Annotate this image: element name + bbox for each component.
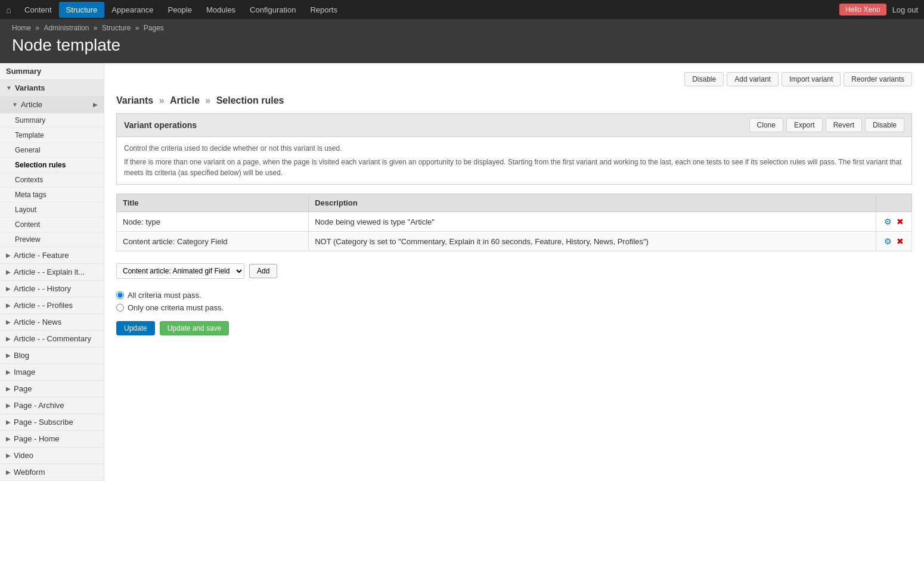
sidebar-page-archive-label: Page - Archive (14, 401, 64, 410)
breadcrumb-sep1: » (35, 24, 41, 32)
sidebar-article-commentary[interactable]: ▶ Article - - Commentary (0, 331, 104, 347)
rule-settings-icon-1[interactable]: ⚙ (882, 216, 893, 227)
sidebar-article-explain[interactable]: ▶ Article - - Explain it... (0, 264, 104, 281)
rule-desc-2: NOT (Category is set to "Commentary, Exp… (309, 232, 876, 251)
sidebar-article-feature[interactable]: ▶ Article - Feature (0, 247, 104, 264)
reorder-variants-button[interactable]: Reorder variants (844, 72, 912, 86)
nav-modules[interactable]: Modules (199, 2, 243, 18)
table-row: Node: type Node being viewed is type "Ar… (117, 212, 912, 232)
sidebar-article-feature-label: Article - Feature (14, 251, 69, 260)
breadcrumb-pages[interactable]: Pages (144, 24, 164, 32)
section-path-sep1: » (159, 95, 167, 105)
top-buttons: Disable Add variant Import variant Reord… (116, 72, 912, 86)
breadcrumb-sep2: » (94, 24, 100, 32)
page-archive-arrow-icon: ▶ (6, 402, 11, 409)
rules-table: Title Description Node: type Node being … (116, 194, 912, 251)
sidebar-page-subscribe[interactable]: ▶ Page - Subscribe (0, 414, 104, 431)
article-right-arrow-icon: ▶ (93, 101, 98, 108)
sidebar-article-metatags[interactable]: Meta tags (0, 188, 104, 203)
nav-reports[interactable]: Reports (303, 2, 345, 18)
article-feature-arrow-icon: ▶ (6, 252, 11, 259)
rule-actions-2: ⚙ ✖ (876, 232, 912, 251)
update-save-button[interactable]: Update and save (160, 321, 230, 335)
breadcrumb-administration[interactable]: Administration (44, 24, 89, 32)
description-box: Control the criteria used to decide whet… (116, 137, 912, 185)
sidebar-article-profiles-label: Article - - Profiles (14, 301, 73, 310)
sidebar-blog-label: Blog (14, 351, 29, 360)
sidebar-video[interactable]: ▶ Video (0, 447, 104, 464)
sidebar-blog[interactable]: ▶ Blog (0, 347, 104, 364)
page-subscribe-arrow-icon: ▶ (6, 419, 11, 425)
sidebar-variants[interactable]: ▼ Variants (0, 80, 104, 97)
sidebar-article-summary[interactable]: Summary (0, 113, 104, 128)
table-header-description: Description (309, 194, 876, 212)
nav-configuration[interactable]: Configuration (243, 2, 303, 18)
add-rule-select[interactable]: Content article: Animated gif Field (116, 263, 244, 279)
nav-people[interactable]: People (160, 2, 199, 18)
sidebar-article-template[interactable]: Template (0, 128, 104, 143)
home-icon[interactable]: ⌂ (6, 5, 11, 15)
sidebar-article-general[interactable]: General (0, 143, 104, 158)
sidebar-summary-top[interactable]: Summary (0, 63, 104, 80)
op-disable-button[interactable]: Disable (865, 118, 904, 132)
breadcrumb-home[interactable]: Home (12, 24, 31, 32)
page-title: Node template (12, 36, 912, 55)
sidebar-article-news-label: Article - News (14, 318, 61, 326)
criteria-all-radio[interactable] (116, 291, 124, 299)
sidebar-article-history[interactable]: ▶ Article - - History (0, 281, 104, 297)
revert-button[interactable]: Revert (826, 118, 862, 132)
sidebar-image[interactable]: ▶ Image (0, 364, 104, 381)
sidebar-webform[interactable]: ▶ Webform (0, 464, 104, 481)
nav-appearance[interactable]: Appearance (104, 2, 160, 18)
logout-link[interactable]: Log out (892, 5, 918, 14)
add-variant-button[interactable]: Add variant (727, 72, 779, 86)
action-buttons: Update Update and save (116, 321, 912, 335)
sidebar-image-label: Image (14, 368, 35, 376)
add-row: Content article: Animated gif Field Add (116, 260, 912, 282)
export-button[interactable]: Export (786, 118, 823, 132)
nav-structure[interactable]: Structure (59, 2, 105, 18)
sidebar-article-layout[interactable]: Layout (0, 203, 104, 217)
page-arrow-icon: ▶ (6, 385, 11, 392)
rule-remove-icon-2[interactable]: ✖ (895, 236, 906, 247)
article-profiles-arrow-icon: ▶ (6, 302, 11, 309)
clone-button[interactable]: Clone (749, 118, 783, 132)
sidebar-page-archive[interactable]: ▶ Page - Archive (0, 397, 104, 414)
criteria-one[interactable]: Only one criteria must pass. (116, 303, 912, 312)
rule-title-1: Node: type (117, 212, 309, 232)
operation-buttons: Clone Export Revert Disable (749, 118, 904, 132)
blog-arrow-icon: ▶ (6, 352, 11, 359)
section-path: Variants » Article » Selection rules (116, 95, 912, 106)
sidebar-article-content[interactable]: Content (0, 217, 104, 232)
sidebar-video-label: Video (14, 451, 33, 460)
sidebar-article-profiles[interactable]: ▶ Article - - Profiles (0, 297, 104, 314)
webform-arrow-icon: ▶ (6, 469, 11, 475)
update-button[interactable]: Update (116, 321, 155, 335)
criteria-all[interactable]: All criteria must pass. (116, 291, 912, 300)
header-area: Home » Administration » Structure » Page… (0, 19, 924, 63)
top-nav: ⌂ Content Structure Appearance People Mo… (0, 0, 924, 19)
sidebar-page[interactable]: ▶ Page (0, 381, 104, 397)
breadcrumb-sep3: » (135, 24, 141, 32)
sidebar-article-preview[interactable]: Preview (0, 232, 104, 247)
sidebar-article-selection-rules[interactable]: Selection rules (0, 158, 104, 173)
rule-remove-icon-1[interactable]: ✖ (895, 216, 906, 227)
article-history-arrow-icon: ▶ (6, 285, 11, 292)
nav-content[interactable]: Content (17, 2, 59, 18)
criteria-one-radio[interactable] (116, 304, 124, 312)
import-variant-button[interactable]: Import variant (782, 72, 841, 86)
breadcrumb: Home » Administration » Structure » Page… (12, 24, 912, 32)
table-header-title: Title (117, 194, 309, 212)
sidebar-article[interactable]: ▼ Article ▶ (0, 97, 104, 113)
disable-button[interactable]: Disable (684, 72, 724, 86)
sidebar-page-home[interactable]: ▶ Page - Home (0, 431, 104, 447)
breadcrumb-structure[interactable]: Structure (102, 24, 131, 32)
criteria-options: All criteria must pass. Only one criteri… (116, 291, 912, 312)
description-line2: If there is more than one variant on a p… (124, 157, 904, 178)
sidebar-article-news[interactable]: ▶ Article - News (0, 314, 104, 331)
content-area: Disable Add variant Import variant Reord… (104, 63, 924, 481)
sidebar-variants-label: Variants (15, 83, 45, 92)
sidebar-article-contexts[interactable]: Contexts (0, 173, 104, 188)
add-rule-button[interactable]: Add (249, 264, 277, 278)
rule-settings-icon-2[interactable]: ⚙ (882, 236, 893, 247)
